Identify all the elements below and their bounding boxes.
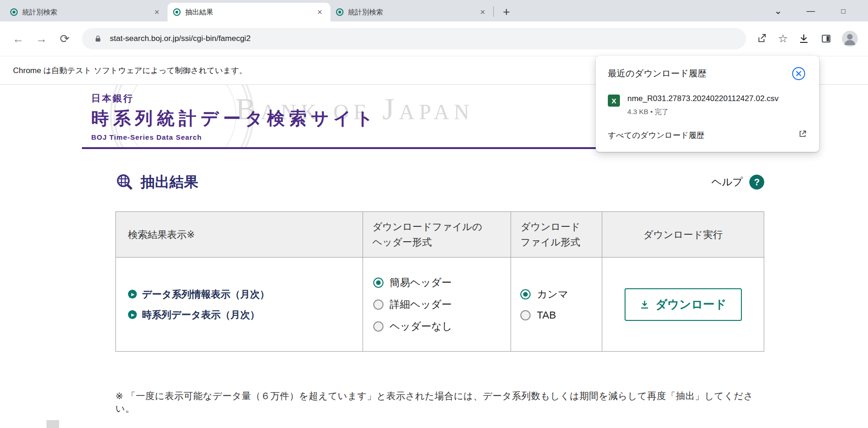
- arrow-bullet-icon: ▶: [128, 290, 137, 299]
- address-bar[interactable]: stat-search.boj.or.jp/ssi/cgi-bin/famecg…: [82, 28, 746, 49]
- status-bubble: [47, 420, 59, 428]
- reload-button[interactable]: ⟳: [54, 28, 75, 49]
- radio-unchecked-icon[interactable]: [373, 321, 384, 332]
- boj-favicon: [336, 8, 343, 16]
- forward-button[interactable]: →: [31, 28, 52, 49]
- tab-stat-search-1[interactable]: 統計別検索 ×: [5, 3, 168, 21]
- tab-stat-search-2[interactable]: 統計別検索 ×: [330, 3, 493, 21]
- tab-separator: [493, 7, 494, 17]
- window-minimize-button[interactable]: —: [794, 0, 827, 21]
- downloads-popup-title: 最近のダウンロード履歴: [608, 68, 707, 80]
- all-downloads-link[interactable]: すべてのダウンロード履歴: [608, 129, 807, 141]
- lock-icon[interactable]: [91, 32, 104, 45]
- window-maximize-button[interactable]: □: [827, 0, 860, 21]
- page-title: 抽出結果: [115, 172, 198, 192]
- close-icon[interactable]: [790, 65, 807, 82]
- downloaded-file-meta: 4.3 KB • 完了: [627, 108, 779, 116]
- link-data-series-info[interactable]: ▶ データ系列情報表示（月次）: [128, 288, 363, 301]
- radio-checked-icon[interactable]: [373, 278, 384, 288]
- tab-bar: 統計別検索 × 抽出結果 × 統計別検索 × + ⌄ — □: [0, 0, 868, 21]
- tab-title: 統計別検索: [22, 8, 147, 17]
- radio-comma[interactable]: カンマ: [520, 287, 602, 301]
- tab-title: 抽出結果: [185, 8, 310, 17]
- url-text: stat-search.boj.or.jp/ssi/cgi-bin/famecg…: [110, 34, 250, 43]
- help-question-icon[interactable]: ?: [749, 175, 764, 190]
- col-header-execute: ダウンロード実行: [602, 212, 764, 258]
- profile-avatar[interactable]: [842, 31, 858, 47]
- boj-favicon: [173, 8, 181, 16]
- new-tab-button[interactable]: +: [498, 4, 514, 20]
- arrow-bullet-icon: ▶: [128, 310, 137, 319]
- link-time-series-data[interactable]: ▶ 時系列データ表示（月次）: [128, 308, 363, 321]
- tab-title: 統計別検索: [348, 8, 473, 17]
- radio-detailed-header[interactable]: 詳細ヘッダー: [373, 298, 511, 312]
- help-label: ヘルプ: [711, 175, 743, 189]
- radio-unchecked-icon[interactable]: [373, 299, 384, 310]
- downloads-popup: 最近のダウンロード履歴 X nme_R031.27873.20240220112…: [596, 56, 819, 152]
- boj-favicon: [10, 8, 18, 16]
- page-title-text: 抽出結果: [141, 172, 198, 192]
- bookmark-star-icon[interactable]: ☆: [778, 33, 788, 44]
- infobar-message: Chrome は自動テスト ソフトウェアによって制御されています。: [13, 65, 247, 76]
- downloads-icon[interactable]: [797, 32, 810, 45]
- radio-tab[interactable]: TAB: [520, 309, 602, 321]
- download-arrow-icon: [639, 299, 650, 310]
- header-format-cell: 簡易ヘッダー 詳細ヘッダー ヘッダーなし: [363, 258, 511, 352]
- tab-search-chevron-icon[interactable]: ⌄: [762, 0, 794, 21]
- external-link-icon: [798, 129, 807, 141]
- limit-note: ※ 「一度に表示可能なデータ量（６万件）を超えています」と表示された場合には、デ…: [115, 390, 764, 415]
- radio-checked-icon[interactable]: [520, 289, 531, 299]
- split-screen-icon[interactable]: [820, 32, 833, 45]
- downloaded-file-item[interactable]: X nme_R031.27873.20240220112427.02.csv 4…: [608, 94, 807, 116]
- downloaded-file-name: nme_R031.27873.20240220112427.02.csv: [627, 94, 779, 103]
- window-controls: ⌄ — □: [762, 0, 868, 21]
- grid-magnifier-icon: [115, 173, 134, 191]
- tab-close-icon[interactable]: ×: [152, 7, 162, 17]
- col-header-file-format: ダウンロード ファイル形式: [511, 212, 602, 258]
- browser-toolbar: ← → ⟳ stat-search.boj.or.jp/ssi/cgi-bin/…: [0, 21, 868, 56]
- tab-close-icon[interactable]: ×: [315, 7, 325, 17]
- toolbar-actions: ☆: [753, 31, 861, 47]
- share-icon[interactable]: [755, 32, 768, 45]
- download-button[interactable]: ダウンロード: [625, 288, 742, 321]
- back-button[interactable]: ←: [7, 28, 29, 49]
- help-link[interactable]: ヘルプ ?: [711, 175, 764, 190]
- result-links-cell: ▶ データ系列情報表示（月次） ▶ 時系列データ表示（月次）: [116, 258, 363, 352]
- extract-result-table: 検索結果表示※ ダウンロードファイルの ヘッダー形式 ダウンロード ファイル形式…: [115, 211, 764, 352]
- excel-file-icon: X: [608, 95, 620, 107]
- tab-extract-result[interactable]: 抽出結果 ×: [168, 3, 330, 21]
- download-cell: ダウンロード: [602, 258, 764, 352]
- col-header-header-format: ダウンロードファイルの ヘッダー形式: [363, 212, 511, 258]
- radio-unchecked-icon[interactable]: [520, 310, 531, 320]
- tab-close-icon[interactable]: ×: [478, 7, 488, 17]
- radio-no-header[interactable]: ヘッダーなし: [373, 319, 511, 333]
- file-format-cell: カンマ TAB: [511, 258, 602, 352]
- col-header-results: 検索結果表示※: [116, 212, 363, 258]
- radio-simple-header[interactable]: 簡易ヘッダー: [373, 276, 511, 290]
